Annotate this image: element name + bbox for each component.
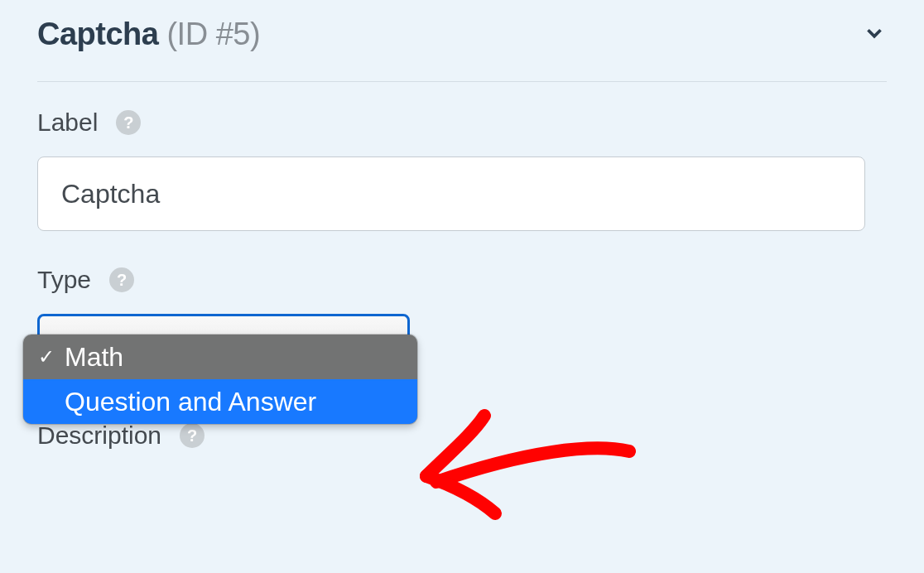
option-label: Math bbox=[65, 342, 123, 373]
dropdown-option-qa[interactable]: Question and Answer bbox=[23, 379, 417, 424]
check-icon: ✓ bbox=[38, 345, 56, 368]
field-settings-panel: Captcha (ID #5) Label ? Type ? ✓ Math bbox=[0, 0, 924, 501]
type-select[interactable]: ✓ Math Question and Answer bbox=[37, 314, 410, 347]
field-id: (ID #5) bbox=[166, 17, 260, 52]
help-icon[interactable]: ? bbox=[109, 267, 134, 292]
label-field-title: Label bbox=[37, 108, 98, 137]
dropdown-option-math[interactable]: ✓ Math bbox=[23, 335, 417, 379]
panel-header[interactable]: Captcha (ID #5) bbox=[37, 17, 887, 82]
description-field-title: Description bbox=[37, 421, 161, 450]
help-icon[interactable]: ? bbox=[116, 110, 141, 135]
field-name: Captcha bbox=[37, 17, 158, 52]
description-field-group: Description ? bbox=[37, 421, 887, 450]
option-label: Question and Answer bbox=[65, 387, 316, 417]
type-field-title: Type bbox=[37, 266, 91, 294]
chevron-down-icon[interactable] bbox=[862, 21, 887, 49]
type-field-group: Type ? ✓ Math Question and Answer bbox=[37, 266, 887, 347]
help-icon[interactable]: ? bbox=[180, 423, 205, 448]
label-input[interactable] bbox=[37, 156, 865, 231]
label-field-group: Label ? bbox=[37, 108, 887, 231]
type-dropdown: ✓ Math Question and Answer bbox=[23, 335, 417, 424]
panel-title: Captcha (ID #5) bbox=[37, 17, 260, 52]
